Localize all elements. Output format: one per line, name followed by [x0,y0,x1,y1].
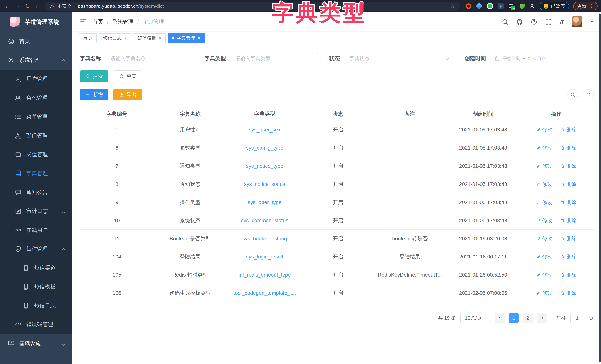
help-icon[interactable] [531,19,537,25]
extension-blue-gem-icon[interactable] [475,2,483,10]
delete-link[interactable]: 删除 [561,199,576,206]
dict-type-link[interactable]: sys_common_status [241,218,288,223]
dict-type-link[interactable]: inf_redis_timeout_type [239,272,291,278]
app-logo[interactable]: 芋道管理系统 [0,12,72,32]
security-label[interactable]: 不安全 [57,3,72,10]
sidebar-item-home[interactable]: 首页 [0,32,72,51]
sidebar-item-user[interactable]: 用户管理 [0,70,72,89]
close-icon[interactable]: × [159,36,161,41]
delete-link[interactable]: 删除 [561,126,576,133]
delete-link[interactable]: 删除 [561,163,576,169]
close-icon[interactable]: × [124,36,127,41]
browser-forward-icon[interactable]: → [13,2,22,10]
url-text[interactable]: dashboard.yudao.iocoder.cn/system/dict [78,3,164,9]
hamburger-icon[interactable] [80,18,87,26]
bookmark-star-icon[interactable]: ☆ [450,3,455,10]
edit-link[interactable]: 修改 [536,290,552,296]
sidebar-item-post[interactable]: 岗位管理 [0,145,72,164]
delete-link[interactable]: 删除 [561,290,576,296]
github-icon[interactable] [516,19,523,25]
extension-green-circle-icon[interactable] [486,2,494,10]
edit-link[interactable]: 修改 [536,181,552,188]
edit-link[interactable]: 修改 [536,235,552,242]
extension-grid-diamond-icon[interactable]: ◆ [497,2,504,10]
dict-type-link[interactable]: sys_notice_type [246,163,283,169]
breadcrumb-system[interactable]: 系统管理 [112,18,134,26]
dict-type-link[interactable]: sys_config_type [246,145,283,151]
sidebar-item-audit[interactable]: 审计日志 [0,202,72,221]
browser-home-icon[interactable]: ⌂ [33,2,42,10]
sidebar-item-infra[interactable]: 基础设施 [0,334,72,353]
sidebar-item-dict[interactable]: 字典管理 [0,164,72,183]
font-size-icon[interactable]: тT [560,19,564,25]
dict-type-link[interactable]: sys_login_result [246,254,283,260]
page-button-2[interactable]: 2 [523,313,533,323]
tab-home[interactable]: 首页 [79,33,97,43]
sidebar-item-dept[interactable]: 部门管理 [0,126,72,145]
edit-link[interactable]: 修改 [536,126,552,133]
delete-link[interactable]: 删除 [561,181,576,188]
delete-link[interactable]: 删除 [561,253,576,260]
paused-extension-pill[interactable]: 已暂停 [540,2,569,10]
tab-sms-log[interactable]: 短信日志× [99,33,131,43]
browser-menu-icon[interactable]: ⋮ [589,3,594,9]
reset-button[interactable]: 重置 [113,70,142,82]
end-date-placeholder[interactable]: 结束日期 [528,56,546,61]
edit-link[interactable]: 修改 [536,253,552,260]
browser-update-button[interactable]: 更新 ⋮ [573,2,598,10]
delete-link[interactable]: 删除 [561,145,576,151]
start-date-placeholder[interactable]: 开始日期 [502,56,520,61]
prev-page-button[interactable] [495,313,505,323]
sidebar-item-sms-log[interactable]: 短信日志 [0,296,72,315]
extension-orange-ring-icon[interactable] [465,2,472,10]
dict-type-link[interactable]: sys_notice_status [244,181,285,187]
avatar[interactable] [572,17,582,27]
address-bar[interactable]: ⚠ 不安全 dashboard.yudao.iocoder.cn/system/… [45,2,460,10]
export-button[interactable]: 导出 [113,89,142,100]
search-icon[interactable] [502,19,508,25]
page-button-1[interactable]: 1 [509,313,519,323]
sidebar-item-sms[interactable]: 短信管理 [0,240,72,258]
goto-page-input[interactable] [571,313,584,323]
delete-link[interactable]: 删除 [561,272,576,278]
caret-down-icon[interactable] [590,21,594,23]
sidebar-item-role[interactable]: 角色管理 [0,89,72,107]
dict-type-link[interactable]: sys_user_sex [249,127,280,132]
edit-link[interactable]: 修改 [536,163,552,169]
date-range-picker[interactable]: 开始日期 ~ 结束日期 [491,53,557,64]
dict-type-input[interactable] [231,53,318,64]
browser-reload-icon[interactable]: ↻ [23,2,32,10]
sidebar-item-online[interactable]: 在线用户 [0,221,72,240]
extension-leaf-icon[interactable] [518,2,526,10]
sidebar-item-errcode[interactable]: </> 错误码管理 [0,315,72,334]
edit-link[interactable]: 修改 [536,272,552,278]
sidebar-item-system[interactable]: 系统管理 [0,51,72,70]
tab-sms-template[interactable]: 短信模板× [133,33,166,43]
browser-back-icon[interactable]: ← [3,2,12,10]
sidebar-item-sms-channel[interactable]: 短信渠道 [0,258,72,277]
toggle-search-button[interactable] [567,89,578,100]
extension-silhouette-icon[interactable] [529,3,535,9]
fullscreen-icon[interactable] [545,19,552,25]
add-button[interactable]: 新增 [80,89,109,100]
delete-link[interactable]: 删除 [561,217,576,224]
search-button[interactable]: 搜索 [80,70,109,82]
breadcrumb-home[interactable]: 首页 [93,18,103,26]
extension-onetab-icon[interactable]: on [508,2,515,10]
edit-link[interactable]: 修改 [536,199,552,206]
tab-dict[interactable]: 字典管理× [168,33,205,43]
edit-link[interactable]: 修改 [536,145,552,151]
edit-link[interactable]: 修改 [536,217,552,224]
refresh-table-button[interactable] [583,89,594,100]
sidebar-item-menu[interactable]: 菜单管理 [0,107,72,126]
dict-type-link[interactable]: tool_codegen_template_t... [233,290,296,296]
delete-link[interactable]: 删除 [561,235,576,242]
sidebar-item-sms-template[interactable]: 短信模板 [0,277,72,296]
status-select[interactable]: 字典状态 [345,53,453,64]
page-size-select[interactable]: 10条/页 [461,313,491,323]
window-scrollbar[interactable] [599,13,601,362]
close-icon[interactable]: × [198,36,200,41]
next-page-button[interactable] [537,313,547,323]
dict-name-input[interactable] [106,53,193,64]
sidebar-item-notice[interactable]: 通知公告 [0,183,72,202]
